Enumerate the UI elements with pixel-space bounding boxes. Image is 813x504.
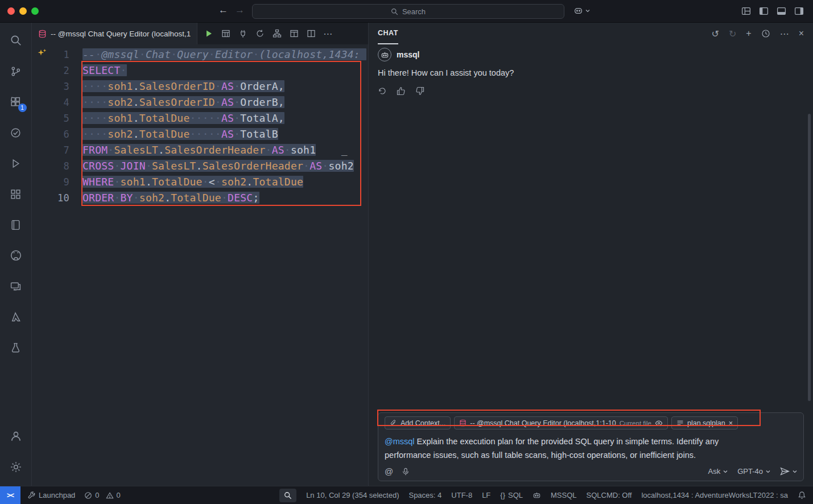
zoom-window-button[interactable] <box>31 7 39 15</box>
account-icon <box>10 430 22 443</box>
code-line[interactable]: 10ORDER·BY·soh2.TotalDue·DESC; <box>32 190 368 206</box>
query-plan-button[interactable] <box>286 26 302 41</box>
navigate-back-icon[interactable]: ← <box>218 5 228 16</box>
language-mode-item[interactable]: {} SQL <box>500 491 523 499</box>
problems-status-item[interactable]: 0 0 <box>84 491 120 499</box>
remove-plan-chip-icon[interactable]: × <box>729 419 733 427</box>
code-line[interactable]: 7FROM·SalesLT.SalesOrderHeader·AS·soh1 _ <box>32 142 368 158</box>
cursor-position-item[interactable]: Ln 10, Col 29 (354 selected) <box>306 491 399 499</box>
line-number[interactable]: 3 <box>32 79 69 94</box>
sidebar-item-settings[interactable] <box>2 452 30 482</box>
sidebar-item-testing[interactable] <box>2 117 30 148</box>
add-context-button[interactable]: Add Context... <box>385 416 451 429</box>
chat-prompt-text[interactable]: @mssql Explain the execution plan for th… <box>385 435 761 462</box>
line-number[interactable]: 6 <box>32 126 69 142</box>
editor-tab[interactable]: -- @mssql Chat Query Editor (localhost,1 <box>32 23 197 44</box>
close-window-button[interactable] <box>7 7 15 15</box>
mention-context-button[interactable]: @ <box>385 466 393 476</box>
navigate-forward-icon[interactable]: → <box>235 5 245 16</box>
regenerate-icon[interactable] <box>378 86 387 96</box>
code-line[interactable]: 9WHERE·soh1.TotalDue·<·soh2.TotalDue <box>32 174 368 190</box>
code-line[interactable]: 2SELECT· <box>32 63 368 79</box>
minimize-window-button[interactable] <box>19 7 27 15</box>
chat-scrollbar[interactable] <box>808 114 811 401</box>
code-line[interactable]: 6····soh2.TotalDue·····AS·TotalB <box>32 126 368 142</box>
chat-sender-name: mssql <box>397 50 419 59</box>
thumbs-down-icon[interactable] <box>415 86 424 96</box>
sidebar-item-components[interactable] <box>2 179 30 209</box>
line-number[interactable]: 10 <box>32 190 69 206</box>
copilot-status-item[interactable] <box>533 491 541 499</box>
sidebar-item-run-debug[interactable] <box>2 148 30 179</box>
chat-tab[interactable]: CHAT <box>378 23 398 44</box>
indentation-item[interactable]: Spaces: 4 <box>408 491 441 499</box>
code-line[interactable]: 8CROSS·JOIN·SalesLT.SalesOrderHeader·AS·… <box>32 158 368 174</box>
sidebar-item-remote-explorer[interactable] <box>2 271 30 301</box>
code-editor[interactable]: 1--·@mssql·Chat·Query·Editor·(localhost,… <box>32 44 368 486</box>
encoding-item[interactable]: UTF-8 <box>451 491 472 499</box>
run-query-button[interactable] <box>201 26 216 41</box>
send-button[interactable] <box>780 466 797 476</box>
eol-item[interactable]: LF <box>482 491 490 499</box>
eye-icon[interactable] <box>655 419 663 427</box>
code-line[interactable]: 5····soh1.TotalDue·····AS·TotalA, <box>32 110 368 126</box>
plan-file-label: plan.sqlplan <box>687 419 725 427</box>
schema-compare-button[interactable] <box>269 26 284 41</box>
indentation-label: Spaces: 4 <box>408 491 441 499</box>
plan-file-chip[interactable]: plan.sqlplan × <box>671 416 738 429</box>
toggle-panel-icon[interactable] <box>777 6 786 16</box>
disconnect-button[interactable] <box>235 26 250 41</box>
eol-label: LF <box>482 491 490 499</box>
toggle-primary-sidebar-icon[interactable] <box>759 6 769 16</box>
chat-input-box[interactable]: Add Context... -- @mssql Chat Query Edit… <box>378 412 804 481</box>
split-editor-button[interactable] <box>303 26 319 41</box>
line-number[interactable]: 5 <box>32 110 69 126</box>
sidebar-item-database-projects[interactable] <box>2 332 30 363</box>
microphone-icon[interactable] <box>402 467 410 476</box>
sidebar-item-github[interactable] <box>2 240 30 271</box>
redo-chat-icon[interactable]: ↻ <box>729 28 736 39</box>
thumbs-up-icon[interactable] <box>397 86 406 96</box>
line-number[interactable]: 8 <box>32 158 69 174</box>
sidebar-item-azure[interactable] <box>2 301 30 332</box>
chat-mode-picker[interactable]: Ask <box>708 467 728 476</box>
connection-label: localhost,1434 : AdventureWorksLT2022 : … <box>641 491 788 499</box>
chevron-down-icon <box>585 9 590 13</box>
mssql-status-item[interactable]: MSSQL <box>551 491 577 499</box>
estimated-plan-button[interactable] <box>252 26 267 41</box>
undo-chat-icon[interactable]: ↺ <box>712 28 719 39</box>
results-grid-button[interactable] <box>218 26 233 41</box>
customize-layout-icon[interactable] <box>741 6 751 16</box>
sidebar-item-accounts[interactable] <box>2 421 30 452</box>
chat-history-icon[interactable] <box>761 29 770 38</box>
sidebar-item-search[interactable] <box>2 25 30 56</box>
sidebar-item-source-control[interactable] <box>2 56 30 86</box>
more-actions-button[interactable]: ⋯ <box>320 26 336 41</box>
launchpad-status-item[interactable]: Launchpad <box>27 491 75 499</box>
github-icon <box>10 249 22 262</box>
bell-icon[interactable] <box>798 491 806 499</box>
toggle-secondary-sidebar-icon[interactable] <box>794 6 804 16</box>
line-number[interactable]: 7 <box>32 142 69 158</box>
command-center-search[interactable]: Search <box>252 4 564 19</box>
copilot-menu-button[interactable] <box>573 6 590 15</box>
sidebar-item-extensions[interactable]: 1 <box>2 86 30 117</box>
find-indicator-button[interactable] <box>279 489 296 502</box>
close-chat-icon[interactable]: × <box>799 28 804 39</box>
line-number[interactable]: 9 <box>32 174 69 190</box>
mssql-label: MSSQL <box>551 491 577 499</box>
sqlcmd-status-item[interactable]: SQLCMD: Off <box>587 491 632 499</box>
context-file-chip[interactable]: -- @mssql Chat Query Editor (localhost,1… <box>454 416 668 429</box>
copilot-sparkle-icon[interactable] <box>37 48 47 60</box>
sidebar-item-notebooks[interactable] <box>2 209 30 240</box>
code-line[interactable]: 4····soh2.SalesOrderID·AS·OrderB, <box>32 94 368 110</box>
line-number[interactable]: 2 <box>32 63 69 79</box>
new-chat-icon[interactable]: + <box>746 28 751 39</box>
remote-indicator[interactable]: >< <box>0 486 20 504</box>
chat-more-icon[interactable]: ⋯ <box>780 28 789 39</box>
code-line[interactable]: 1--·@mssql·Chat·Query·Editor·(localhost,… <box>32 47 368 63</box>
code-line[interactable]: 3····soh1.SalesOrderID·AS·OrderA, <box>32 79 368 94</box>
model-picker[interactable]: GPT-4o <box>737 467 770 476</box>
connection-status-item[interactable]: localhost,1434 : AdventureWorksLT2022 : … <box>641 491 788 499</box>
line-number[interactable]: 4 <box>32 94 69 110</box>
